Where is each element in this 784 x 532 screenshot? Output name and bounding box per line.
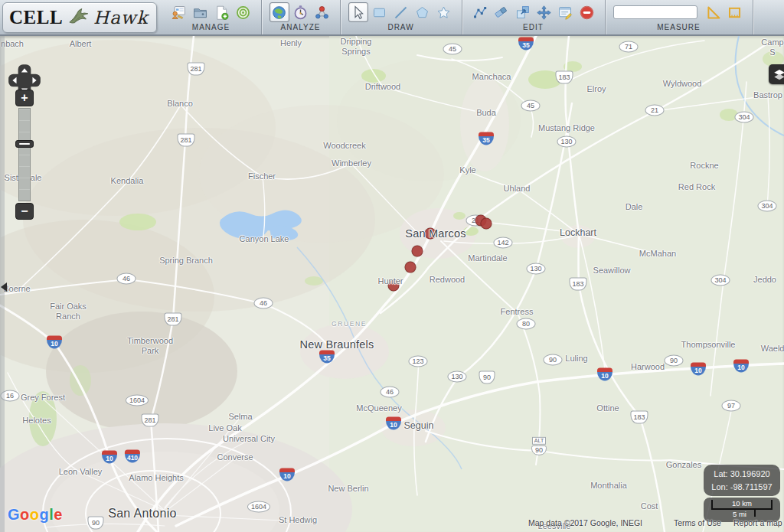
highway-shield-21: 21 xyxy=(645,105,665,116)
terms-of-use-link[interactable]: Terms of Use xyxy=(674,518,721,529)
map-data-attribution: Map data ©2017 Google, INEGI xyxy=(528,518,642,529)
zoom-out-button[interactable]: − xyxy=(15,203,34,220)
highway-shield-71: 71 xyxy=(619,41,639,53)
zoom-in-button[interactable]: + xyxy=(15,90,34,106)
toolbar-group-edit: EDIT xyxy=(462,0,606,34)
coordinates-readout: Lat: 30.196920 Lon: -98.711597 xyxy=(704,465,780,496)
highway-shield-304: 304 xyxy=(710,275,730,286)
stopwatch-icon[interactable] xyxy=(291,2,311,22)
delete-icon[interactable] xyxy=(577,2,597,22)
target-icon[interactable] xyxy=(234,2,253,22)
highway-shield-183: 183 xyxy=(630,411,648,424)
polygon-icon[interactable] xyxy=(413,2,433,22)
highway-shield-304: 304 xyxy=(757,201,776,212)
highway-shield-281: 281 xyxy=(164,313,181,326)
data-point-marker[interactable] xyxy=(481,218,492,230)
lat-readout: Lat: 30.196920 xyxy=(705,468,779,481)
app-window: CELL Hawk MANAGEANALYZEDRAWEDITMEASURE xyxy=(0,0,784,532)
google-logo[interactable]: Google xyxy=(8,506,63,524)
scale-km-label: 10 km xyxy=(711,499,773,508)
toolbar-group-measure: MEASURE xyxy=(606,0,753,34)
data-point-marker[interactable] xyxy=(425,228,436,240)
highway-shield-90: ALT90 xyxy=(531,437,547,455)
highway-shield-281: 281 xyxy=(177,134,194,147)
highway-shield-97: 97 xyxy=(722,400,741,412)
highway-shield-130: 130 xyxy=(526,263,545,275)
new-document-icon[interactable] xyxy=(212,2,232,22)
folder-icon[interactable] xyxy=(191,2,211,22)
logo-hawk-text: Hawk xyxy=(93,8,148,28)
highway-shield-45: 45 xyxy=(443,44,462,55)
toolbar-group-manage: MANAGE xyxy=(162,0,262,34)
ruler-triangle-icon[interactable] xyxy=(704,2,724,22)
highway-shield-410: 410 xyxy=(125,450,140,463)
user-report-icon[interactable] xyxy=(169,2,189,22)
highway-shield-1604: 1604 xyxy=(126,395,149,406)
lon-readout: Lon: -98.711597 xyxy=(705,481,779,494)
highway-shield-46: 46 xyxy=(381,387,400,398)
area-measure-icon[interactable] xyxy=(725,2,745,22)
zoom-slider-track[interactable] xyxy=(18,108,31,201)
toolbar: CELL Hawk MANAGEANALYZEDRAWEDITMEASURE xyxy=(0,0,784,36)
highway-shield-281: 281 xyxy=(187,63,204,76)
toolbar-group-label-measure: MEASURE xyxy=(657,23,700,31)
collapse-panel-icon[interactable] xyxy=(1,282,7,292)
map-canvas[interactable]: 4535712811834521304351302812130414213030… xyxy=(0,36,784,532)
hawk-logo-icon xyxy=(66,6,90,29)
highway-shield-304: 304 xyxy=(734,112,753,123)
toolbar-group-analyze: ANALYZE xyxy=(262,0,341,34)
highway-shield-130: 130 xyxy=(557,136,576,148)
highway-shield-123: 123 xyxy=(408,356,427,367)
toolbar-group-label-edit: EDIT xyxy=(523,23,544,31)
globe-icon[interactable] xyxy=(270,2,289,22)
line-icon[interactable] xyxy=(391,2,411,22)
highway-shield-46: 46 xyxy=(117,273,136,285)
highway-shield-46: 46 xyxy=(254,298,273,309)
scale-mi-label: 5 mi xyxy=(711,510,768,518)
link-analysis-icon[interactable] xyxy=(312,2,332,22)
attributes-icon[interactable] xyxy=(556,2,576,22)
star-icon[interactable] xyxy=(434,2,454,22)
highway-shield-183: 183 xyxy=(569,278,586,291)
data-point-marker[interactable] xyxy=(405,262,416,273)
app-logo: CELL Hawk xyxy=(2,2,157,33)
highway-shield-183: 183 xyxy=(555,71,573,84)
measure-input[interactable] xyxy=(613,5,697,19)
highway-shield-90: 90 xyxy=(544,354,563,366)
highway-shield-90: 90 xyxy=(665,355,684,367)
highway-shield-130: 130 xyxy=(447,371,466,383)
toolbar-groups: MANAGEANALYZEDRAWEDITMEASURE xyxy=(162,0,753,34)
move-icon[interactable] xyxy=(534,2,554,22)
data-point-marker[interactable] xyxy=(412,246,423,257)
eraser-icon[interactable] xyxy=(492,2,511,22)
resize-icon[interactable] xyxy=(513,2,533,22)
highway-shield-142: 142 xyxy=(493,237,512,249)
layers-button[interactable] xyxy=(769,64,784,84)
layers-icon xyxy=(773,67,784,81)
toolbar-group-draw: DRAW xyxy=(341,0,462,34)
edit-vertices-icon[interactable] xyxy=(470,2,490,22)
toolbar-group-label-manage: MANAGE xyxy=(192,23,230,31)
toolbar-group-label-draw: DRAW xyxy=(387,23,413,31)
zoom-slider-handle[interactable] xyxy=(15,140,34,148)
report-map-error-link[interactable]: Report a map error xyxy=(733,518,784,529)
toolbar-group-label-analyze: ANALYZE xyxy=(281,23,321,31)
rectangle-icon[interactable] xyxy=(370,2,390,22)
highway-shield-281: 281 xyxy=(141,414,158,427)
logo-cell-text: CELL xyxy=(9,7,63,28)
highway-shield-45: 45 xyxy=(521,100,541,112)
highway-shield-80: 80 xyxy=(517,318,536,330)
data-point-marker[interactable] xyxy=(388,280,400,292)
highway-shield-1604: 1604 xyxy=(247,501,270,513)
cursor-icon[interactable] xyxy=(348,2,368,22)
